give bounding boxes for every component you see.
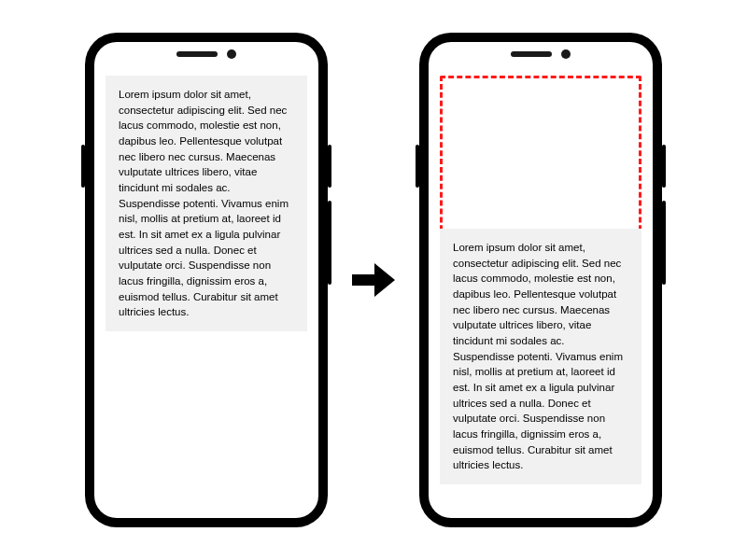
sensor-bar bbox=[176, 49, 236, 59]
camera-icon bbox=[227, 49, 236, 59]
lorem-text: Lorem ipsum dolor sit amet, consectetur … bbox=[453, 240, 628, 473]
phone-mockup-after: Lorem ipsum dolor sit amet, consectetur … bbox=[419, 33, 662, 527]
phone-screen-before: Lorem ipsum dolor sit amet, consectetur … bbox=[94, 42, 318, 518]
text-block-after: Lorem ipsum dolor sit amet, consectetur … bbox=[440, 229, 641, 484]
text-block-before: Lorem ipsum dolor sit amet, consectetur … bbox=[106, 76, 307, 331]
lorem-text: Lorem ipsum dolor sit amet, consectetur … bbox=[119, 87, 294, 320]
arrow-right-icon bbox=[352, 261, 395, 299]
camera-icon bbox=[561, 49, 571, 59]
speaker-icon bbox=[176, 51, 218, 57]
comparison-diagram: Lorem ipsum dolor sit amet, consectetur … bbox=[0, 0, 747, 560]
phone-mockup-before: Lorem ipsum dolor sit amet, consectetur … bbox=[85, 33, 328, 527]
speaker-icon bbox=[511, 51, 552, 57]
phone-screen-after: Lorem ipsum dolor sit amet, consectetur … bbox=[429, 42, 653, 518]
sensor-bar bbox=[511, 49, 571, 59]
